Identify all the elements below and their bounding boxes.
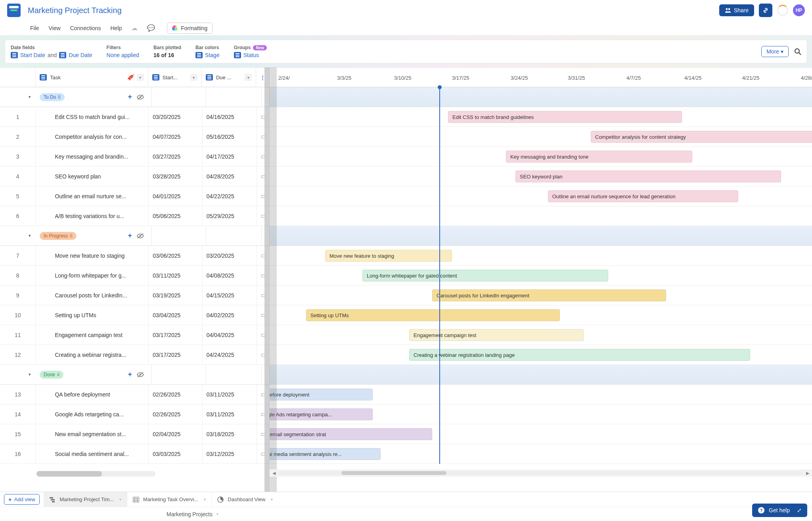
- due-cell[interactable]: 03/20/2025: [203, 246, 257, 265]
- barcolors-value[interactable]: Stage: [195, 52, 220, 58]
- hide-group-icon[interactable]: [137, 233, 144, 239]
- extra-cell[interactable]: ⊏: [257, 127, 270, 146]
- more-button[interactable]: More ▾: [761, 46, 789, 57]
- extra-cell[interactable]: ⊏: [257, 444, 270, 464]
- task-cell[interactable]: SEO keyword plan: [36, 167, 149, 186]
- due-cell[interactable]: 04/04/2025: [203, 325, 257, 345]
- gantt-bar[interactable]: Google Ads retargeting campa...: [270, 408, 373, 420]
- gantt-bar[interactable]: Long-form whitepaper for gated content: [362, 270, 608, 282]
- collapse-icon[interactable]: ▾: [29, 372, 31, 377]
- chevron-down-icon[interactable]: ▾: [271, 497, 273, 502]
- task-cell[interactable]: Social media sentiment anal...: [36, 444, 149, 464]
- due-cell[interactable]: 03/11/2025: [203, 404, 257, 424]
- view-tab[interactable]: Marketing Task Overvi...▾: [127, 492, 211, 507]
- extra-cell[interactable]: ⊏: [257, 345, 270, 364]
- extra-cell[interactable]: ⊏: [257, 246, 270, 265]
- task-cell[interactable]: New email segmentation st...: [36, 424, 149, 444]
- app-logo[interactable]: [7, 4, 21, 17]
- gantt-bar[interactable]: Move new feature to staging: [325, 250, 452, 262]
- timeline-row[interactable]: Social media sentiment analysis re...: [270, 444, 812, 464]
- start-cell[interactable]: 03/28/2025: [149, 167, 202, 186]
- task-cell[interactable]: Engagement campaign test: [36, 325, 149, 345]
- menu-view[interactable]: View: [49, 25, 61, 31]
- extra-cell[interactable]: ⊏: [257, 167, 270, 186]
- due-cell[interactable]: 04/22/2025: [203, 186, 257, 206]
- timeline-row[interactable]: QA before deployment: [270, 385, 812, 404]
- start-cell[interactable]: 03/27/2025: [149, 147, 202, 166]
- expand-icon[interactable]: ⤢: [797, 507, 802, 513]
- task-cell[interactable]: Edit CSS to match brand gui...: [36, 107, 149, 126]
- gantt-bar[interactable]: SEO keyword plan: [515, 170, 781, 182]
- table-row[interactable]: 8 Long-form whitepaper for g... 03/11/20…: [0, 266, 270, 285]
- view-tab[interactable]: Marketing Project Tim...▾: [44, 492, 127, 507]
- timeline-row[interactable]: Setting up UTMs: [270, 305, 812, 325]
- extra-cell[interactable]: ⊏: [257, 147, 270, 166]
- gantt-bar[interactable]: Creating a webinar registration landing …: [409, 349, 750, 361]
- task-cell[interactable]: Carousel posts for LinkedIn...: [36, 285, 149, 305]
- chevron-down-icon[interactable]: ▾: [137, 74, 144, 81]
- due-cell[interactable]: 03/18/2025: [203, 424, 257, 444]
- timeline-row[interactable]: [270, 206, 812, 226]
- gantt-bar[interactable]: Social media sentiment analysis re...: [270, 448, 381, 460]
- menu-help[interactable]: Help: [110, 25, 122, 31]
- start-cell[interactable]: 02/26/2025: [149, 385, 202, 404]
- menu-connections[interactable]: Connections: [70, 25, 101, 31]
- chevron-down-icon[interactable]: ▾: [190, 74, 197, 81]
- scroll-right-icon[interactable]: ▶: [803, 471, 812, 476]
- table-row[interactable]: 12 Creating a webinar registra... 03/17/…: [0, 345, 270, 365]
- due-cell[interactable]: 04/24/2025: [203, 345, 257, 364]
- timeline-row[interactable]: Long-form whitepaper for gated content: [270, 266, 812, 285]
- collapse-icon[interactable]: ▾: [29, 94, 31, 100]
- due-cell[interactable]: 04/08/2025: [203, 266, 257, 285]
- start-cell[interactable]: 03/04/2025: [149, 305, 202, 325]
- chevron-down-icon[interactable]: ▾: [119, 497, 121, 502]
- link-button[interactable]: [759, 4, 772, 17]
- start-cell[interactable]: 03/11/2025: [149, 266, 202, 285]
- chevron-down-icon[interactable]: ▾: [216, 512, 218, 516]
- extra-cell[interactable]: ⊏: [257, 206, 270, 226]
- extra-cell[interactable]: ⊏: [257, 325, 270, 345]
- formatting-button[interactable]: Formatting: [167, 23, 213, 34]
- extra-cell[interactable]: ⊏: [257, 424, 270, 444]
- table-row[interactable]: 9 Carousel posts for LinkedIn... 03/19/2…: [0, 285, 270, 305]
- share-button[interactable]: Share: [719, 4, 754, 16]
- start-cell[interactable]: 03/19/2025: [149, 285, 202, 305]
- table-row[interactable]: 16 Social media sentiment anal... 03/03/…: [0, 444, 270, 464]
- extra-cell[interactable]: ⊏: [257, 385, 270, 404]
- task-cell[interactable]: Competitor analysis for con...: [36, 127, 149, 146]
- task-cell[interactable]: Google Ads retargeting ca...: [36, 404, 149, 424]
- scroll-left-icon[interactable]: ◀: [270, 471, 278, 476]
- start-cell[interactable]: 03/20/2025: [149, 107, 202, 126]
- timeline-row[interactable]: Key messaging and branding tone: [270, 147, 812, 167]
- get-help-button[interactable]: ? Get help ⤢: [752, 504, 807, 517]
- add-row-button[interactable]: +: [128, 370, 132, 379]
- timeline-row[interactable]: Edit CSS to match brand guidelines: [270, 107, 812, 127]
- due-cell[interactable]: 04/16/2025: [203, 107, 257, 126]
- filters-value[interactable]: None applied: [107, 52, 140, 58]
- search-icon[interactable]: [794, 48, 801, 55]
- gantt-bar[interactable]: QA before deployment: [270, 389, 373, 400]
- timeline-body[interactable]: Edit CSS to match brand guidelinesCompet…: [270, 87, 812, 464]
- extra-cell[interactable]: ⊏: [257, 285, 270, 305]
- table-row[interactable]: 11 Engagement campaign test 03/17/2025 0…: [0, 325, 270, 345]
- extra-cell[interactable]: ⊏: [257, 107, 270, 126]
- timeline-row[interactable]: SEO keyword plan: [270, 167, 812, 186]
- gantt-bar[interactable]: Outline an email nurture sequence for le…: [548, 190, 738, 202]
- comment-icon[interactable]: 💬: [147, 24, 155, 32]
- date-fields-value[interactable]: Start Date and Due Date: [11, 52, 92, 58]
- task-cell[interactable]: Outline an email nurture se...: [36, 186, 149, 206]
- cloud-icon[interactable]: ☁: [131, 24, 138, 32]
- add-view-button[interactable]: +Add view: [4, 494, 40, 505]
- timeline-row[interactable]: Competitor analysis for content strategy: [270, 127, 812, 147]
- timeline-row[interactable]: Creating a webinar registration landing …: [270, 345, 812, 365]
- task-cell[interactable]: Long-form whitepaper for g...: [36, 266, 149, 285]
- timeline-horizontal-scrollbar[interactable]: ◀ ▶: [270, 469, 812, 477]
- view-tab[interactable]: Dashboard View▾: [211, 492, 278, 507]
- extra-cell[interactable]: ⊏: [257, 266, 270, 285]
- extra-cell[interactable]: ⊏: [257, 305, 270, 325]
- start-cell[interactable]: 04/07/2025: [149, 127, 202, 146]
- timeline-row[interactable]: Move new feature to staging: [270, 246, 812, 266]
- timeline-row[interactable]: Outline an email nurture sequence for le…: [270, 186, 812, 206]
- start-cell[interactable]: 03/06/2025: [149, 246, 202, 265]
- table-row[interactable]: 5 Outline an email nurture se... 04/01/2…: [0, 186, 270, 206]
